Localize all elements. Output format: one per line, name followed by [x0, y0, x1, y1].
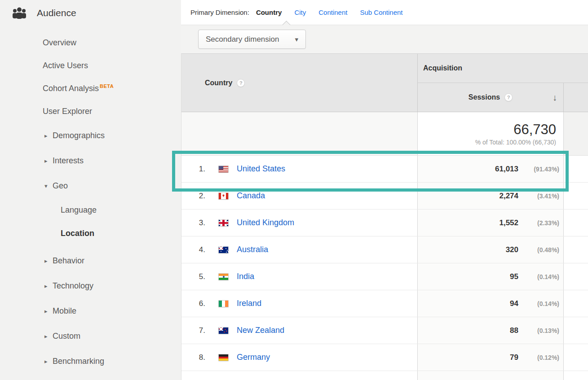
totals-country-cell [181, 112, 417, 155]
column-header-sessions[interactable]: Sessions [417, 83, 563, 112]
sidebar-item-technology[interactable]: Technology [0, 273, 181, 298]
sidebar-item-overview[interactable]: Overview [0, 31, 181, 54]
country-link-new-zealand[interactable]: New Zealand [237, 326, 284, 335]
table-row-canada: 2.Canada2,274(3.41%) [181, 183, 588, 210]
row-rank: 1. [195, 165, 205, 174]
partial-sessions-cell [417, 371, 563, 380]
sessions-percent: (3.41%) [518, 192, 563, 200]
sidebar-item-label: Demographics [53, 131, 105, 140]
country-link-united-kingdom[interactable]: United Kingdom [237, 218, 294, 227]
table-row-united-states: 1.United States61,013(91.43%) [181, 156, 588, 183]
sidebar-item-label: Cohort Analysis [43, 84, 99, 93]
partial-row [181, 371, 588, 380]
tab-sub-continent[interactable]: Sub Continent [360, 9, 402, 16]
sidebar-item-location[interactable]: Location [0, 222, 181, 245]
chevron-right-icon [44, 258, 49, 264]
sidebar-item-geo[interactable]: Geo [0, 173, 181, 198]
sessions-value: 95 [418, 272, 518, 281]
chevron-right-icon [44, 358, 49, 365]
sidebar-item-behavior[interactable]: Behavior [0, 248, 181, 273]
sidebar-item-language[interactable]: Language [0, 198, 181, 222]
next-column-partial-cell [563, 183, 588, 209]
sidebar-item-label: Language [61, 205, 97, 215]
acquisition-header-label: Acquisition [423, 64, 462, 72]
sidebar-item-label: Geo [53, 181, 68, 191]
sidebar-item-label: Location [61, 229, 94, 238]
totals-row: 66,730 % of Total: 100.00% (66,730) [181, 112, 588, 156]
sessions-percent: (0.48%) [518, 246, 563, 253]
partial-next-cell [563, 371, 588, 380]
table-row-india: 5.India95(0.14%) [181, 263, 588, 290]
sidebar-item-label: Behavior [53, 256, 84, 266]
country-header-label: Country [205, 79, 232, 87]
sessions-value: 320 [418, 245, 518, 254]
flag-icon-germany [219, 354, 228, 361]
flag-icon-ireland [219, 301, 228, 307]
country-link-australia[interactable]: Australia [237, 245, 268, 254]
sort-descending-arrow-icon[interactable] [553, 92, 557, 103]
sidebar-item-label: Active Users [43, 61, 88, 70]
secondary-dimension-button[interactable]: Secondary dimension [198, 30, 306, 49]
sidebar-section-audience[interactable]: Audience [0, 0, 181, 26]
column-group-header-acquisition: Acquisition [417, 54, 588, 83]
sidebar-item-label: Interests [53, 156, 84, 166]
country-cell: 5.India [181, 263, 417, 290]
sidebar-item-interests[interactable]: Interests [0, 148, 181, 173]
sidebar-item-label: Custom [53, 332, 80, 341]
sidebar-item-user-explorer[interactable]: User Explorer [0, 100, 181, 123]
next-column-partial-cell [563, 290, 588, 317]
row-rank: 8. [195, 353, 205, 362]
sidebar-item-custom[interactable]: Custom [0, 323, 181, 349]
flag-icon-new-zealand [219, 328, 228, 334]
dropdown-caret-icon [295, 35, 298, 44]
country-cell: 1.United States [181, 156, 417, 182]
country-link-united-states[interactable]: United States [237, 164, 285, 174]
secondary-dimension-label: Secondary dimension [206, 35, 295, 44]
country-cell: 2.Canada [181, 183, 417, 209]
sessions-percent: (0.14%) [518, 300, 563, 307]
next-column-partial-cell [563, 263, 588, 290]
chevron-right-icon [44, 157, 49, 164]
sidebar-item-label: Mobile [53, 306, 76, 316]
chevron-right-icon [44, 308, 49, 314]
country-link-ireland[interactable]: Ireland [237, 299, 261, 308]
tab-continent[interactable]: Continent [318, 9, 347, 16]
country-link-germany[interactable]: Germany [237, 353, 270, 362]
analytics-location-report: Audience OverviewActive UsersCohort Anal… [0, 0, 588, 380]
row-rank: 4. [195, 245, 205, 254]
sidebar-item-active-users[interactable]: Active Users [0, 54, 181, 77]
next-column-partial-cell [563, 317, 588, 344]
table-header: Country Acquisition Sessions [181, 54, 588, 112]
totals-sessions-value: 66,730 [513, 122, 556, 137]
sidebar-item-label: User Explorer [43, 107, 92, 116]
flag-icon-india [219, 274, 228, 280]
sidebar-item-mobile[interactable]: Mobile [0, 298, 181, 323]
country-link-india[interactable]: India [237, 272, 254, 281]
sidebar-item-cohort-analysis[interactable]: Cohort AnalysisBETA [0, 77, 181, 100]
help-icon[interactable] [504, 93, 513, 101]
table-row-new-zealand: 7.New Zealand88(0.13%) [181, 317, 588, 344]
chevron-down-icon [44, 183, 49, 189]
flag-icon-australia [219, 247, 228, 253]
tab-city[interactable]: City [294, 9, 306, 16]
sidebar-item-label: Technology [53, 281, 93, 291]
totals-percent-summary: % of Total: 100.00% (66,730) [475, 139, 556, 146]
sidebar: Audience OverviewActive UsersCohort Anal… [0, 0, 181, 380]
table-row-germany: 8.Germany79(0.12%) [181, 344, 588, 371]
primary-dimension-tabs: CountryCityContinentSub Continent [256, 9, 416, 16]
report-content: Primary Dimension: CountryCityContinentS… [181, 0, 588, 380]
sessions-percent: (91.43%) [518, 166, 563, 173]
table-row-ireland: 6.Ireland94(0.14%) [181, 290, 588, 317]
row-rank: 7. [195, 326, 205, 335]
country-link-canada[interactable]: Canada [237, 191, 265, 201]
help-icon[interactable] [237, 79, 245, 87]
row-rank: 3. [195, 218, 205, 227]
tab-country[interactable]: Country [256, 9, 282, 16]
sidebar-item-benchmarking[interactable]: Benchmarking [0, 349, 181, 374]
primary-dimension-bar: Primary Dimension: CountryCityContinentS… [181, 0, 588, 25]
sessions-header-label: Sessions [469, 93, 500, 101]
flag-icon-united-states [219, 166, 228, 172]
chevron-right-icon [44, 283, 49, 289]
sidebar-item-demographics[interactable]: Demographics [0, 123, 181, 148]
sessions-value: 1,552 [418, 218, 518, 227]
